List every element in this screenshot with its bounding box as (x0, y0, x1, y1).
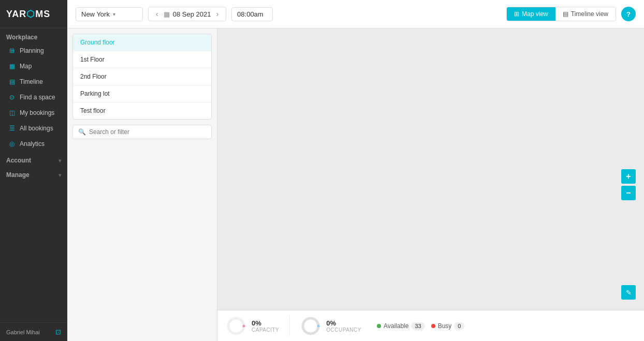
sidebar-item-find-space-label: Find a space (20, 94, 55, 101)
capacity-label-group: 0% CAPACITY (252, 319, 279, 333)
sidebar-section-workplace-label: Workplace (6, 34, 37, 41)
help-label: ? (626, 10, 631, 18)
sidebar-item-analytics-label: Analytics (20, 140, 45, 147)
map-view-button[interactable]: ⊞ Map view (507, 7, 555, 21)
sidebar-item-my-bookings-label: My bookings (20, 109, 54, 116)
sidebar-section-account[interactable]: Account ▾ (0, 152, 67, 166)
analytics-icon: ◎ (8, 140, 16, 147)
svg-point-2 (303, 318, 318, 334)
grid-icon: ⊞ (8, 47, 16, 54)
location-selector[interactable]: New York ▾ (76, 7, 143, 21)
sidebar-item-find-space[interactable]: ⊙ Find a space (2, 90, 65, 105)
floor-item-ground[interactable]: Ground floor (73, 34, 211, 51)
all-bookings-icon: ☰ (8, 125, 16, 132)
search-icon: 🔍 (78, 128, 86, 136)
floor-item-first[interactable]: 1st Floor (73, 51, 211, 68)
busy-dot (431, 324, 435, 328)
timeline-view-icon: ▤ (563, 10, 568, 18)
search-input[interactable] (89, 128, 206, 136)
topbar: New York ▾ ‹ ▦ 08 Sep 2021 › 08:00am ⊞ M… (67, 0, 644, 28)
logo-text: YAR⬡MS (6, 8, 50, 20)
sidebar-item-planning[interactable]: ⊞ Planning (2, 43, 65, 58)
floor-item-parking[interactable]: Parking lot (73, 85, 211, 102)
sidebar-item-timeline[interactable]: ▤ Timeline (2, 75, 65, 89)
floor-test-label: Test floor (80, 107, 106, 114)
find-space-icon: ⊙ (8, 94, 16, 101)
floor-item-test[interactable]: Test floor (73, 102, 211, 119)
logo: YAR⬡MS (0, 0, 67, 28)
busy-count: 0 (454, 322, 464, 330)
busy-label: Busy (438, 322, 452, 330)
sidebar-section-manage[interactable]: Manage ▾ (0, 166, 67, 181)
available-count: 33 (411, 322, 425, 330)
view-toggle: ⊞ Map view ▤ Timeline view (506, 7, 616, 21)
help-button[interactable]: ? (621, 7, 636, 21)
sidebar-user-name: Gabriel Mihai (6, 329, 40, 335)
time-selector[interactable]: 08:00am (231, 7, 273, 21)
floor-list: Ground floor 1st Floor 2nd Floor Parking… (72, 34, 212, 120)
time-value: 08:00am (237, 10, 264, 18)
location-chevron-icon: ▾ (113, 11, 115, 17)
sidebar-item-timeline-label: Timeline (20, 78, 43, 85)
capacity-percent: 0% (252, 319, 279, 327)
timeline-icon: ▤ (8, 78, 16, 85)
map-view-label: Map view (522, 10, 548, 18)
map-canvas (217, 28, 644, 310)
available-dot (377, 324, 381, 328)
my-bookings-icon: ◫ (8, 109, 16, 116)
available-label: Available (384, 322, 408, 330)
date-prev-button[interactable]: ‹ (154, 10, 160, 18)
sidebar-bottom: Gabriel Mihai ⊡ (0, 322, 67, 341)
sidebar-item-analytics[interactable]: ◎ Analytics (2, 137, 65, 151)
sidebar-item-planning-label: Planning (20, 47, 44, 54)
svg-point-0 (228, 318, 244, 334)
floor-ground-label: Ground floor (80, 39, 115, 46)
sidebar-item-map-label: Map (20, 63, 32, 70)
zoom-out-icon: − (626, 188, 631, 198)
account-collapse-icon: ▾ (58, 158, 61, 164)
timeline-view-label: Timeline view (571, 10, 608, 18)
zoom-in-icon: + (626, 172, 631, 181)
zoom-controls: + − (621, 169, 636, 200)
zoom-out-button[interactable]: − (621, 186, 636, 200)
sidebar-section-workplace[interactable]: Workplace (0, 28, 67, 43)
floor-item-second[interactable]: 2nd Floor (73, 68, 211, 85)
sidebar-user-icon[interactable]: ⊡ (55, 328, 61, 336)
occupancy-label-group: 0% OCCUPANCY (326, 319, 361, 333)
legend-area: Available 33 Busy 0 (377, 322, 465, 330)
legend-busy: Busy 0 (431, 322, 465, 330)
map-icon: ▦ (8, 63, 16, 70)
content-area: Ground floor 1st Floor 2nd Floor Parking… (67, 28, 644, 341)
occupancy-label: OCCUPANCY (326, 327, 361, 333)
location-value: New York (81, 10, 110, 18)
floor-second-label: 2nd Floor (80, 73, 107, 80)
search-filter-box[interactable]: 🔍 (72, 125, 212, 139)
sidebar-section-manage-label: Manage (6, 171, 30, 179)
calendar-icon: ▦ (164, 10, 170, 18)
date-navigator: ‹ ▦ 08 Sep 2021 › (148, 7, 226, 21)
occupancy-donut-chart (300, 316, 321, 336)
occupancy-stat: 0% OCCUPANCY (300, 316, 361, 336)
manage-collapse-icon: ▾ (58, 172, 61, 178)
edit-button[interactable]: ✎ (621, 285, 636, 300)
bottom-bar: 0% CAPACITY 0% OCCUPANCY (217, 310, 644, 341)
timeline-view-button[interactable]: ▤ Timeline view (555, 7, 616, 21)
edit-icon: ✎ (626, 289, 632, 296)
date-next-button[interactable]: › (214, 10, 221, 18)
date-value: 08 Sep 2021 (173, 10, 211, 18)
sidebar-item-all-bookings[interactable]: ☰ All bookings (2, 121, 65, 136)
sidebar: YAR⬡MS Workplace ⊞ Planning ▦ Map ▤ Time… (0, 0, 67, 341)
stat-divider (289, 316, 290, 336)
capacity-donut-chart (226, 316, 246, 336)
sidebar-item-my-bookings[interactable]: ◫ My bookings (2, 106, 65, 120)
capacity-stat: 0% CAPACITY (226, 316, 279, 336)
map-view-icon: ⊞ (514, 10, 519, 18)
zoom-in-button[interactable]: + (621, 169, 636, 184)
sidebar-item-all-bookings-label: All bookings (20, 125, 53, 132)
legend-available: Available 33 (377, 322, 425, 330)
main-content: New York ▾ ‹ ▦ 08 Sep 2021 › 08:00am ⊞ M… (67, 0, 644, 341)
sidebar-item-map[interactable]: ▦ Map (2, 59, 65, 73)
occupancy-percent: 0% (326, 319, 361, 327)
left-panel: Ground floor 1st Floor 2nd Floor Parking… (67, 28, 217, 341)
sidebar-section-account-label: Account (6, 157, 31, 164)
